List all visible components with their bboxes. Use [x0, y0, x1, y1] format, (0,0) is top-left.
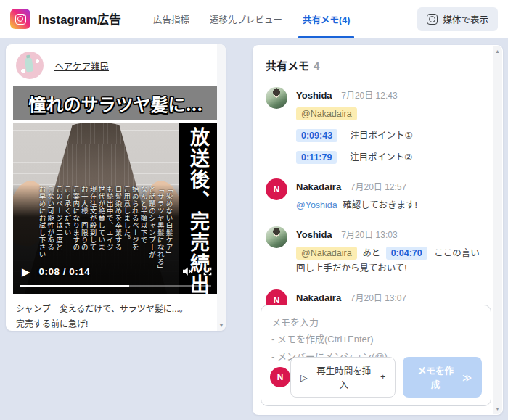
memo-panel-title: 共有メモ4 [266, 57, 486, 73]
message-text: あと [362, 248, 380, 258]
video-time: 0:08 / 0:14 [39, 266, 91, 277]
memo-message: Yoshida 7月20日 12:43 @Nakadaira 0:09:43 注… [266, 87, 486, 166]
video-player[interactable]: 「染めない白髪ケア」「サラツヤ黒髪になれる」と話題のシャンプーがなんと半額以下で… [13, 123, 218, 294]
yoshida-avatar [266, 226, 287, 248]
message-text: 注目ポイント① [351, 131, 413, 141]
playtime-link[interactable]: 0:11:79 [296, 151, 337, 164]
author-name: Yoshida [296, 229, 332, 240]
play-outline-icon: ▷ [300, 372, 308, 383]
memo-input-placeholder: メモを入力 [271, 314, 480, 331]
memo-input-hint-1: - メモを作成(Ctrl+Enter) [271, 331, 480, 347]
instagram-logo-icon [10, 9, 30, 29]
plus-icon: + [380, 372, 385, 382]
author-name: Nakadaira [296, 181, 341, 192]
author-name: Yoshida [296, 90, 332, 101]
play-icon[interactable]: ▶ [22, 266, 30, 277]
ad-headline-text: 憧れのサラツヤ髪に… [29, 91, 203, 116]
memo-message: N Nakadaira 7月20日 12:57 @Yoshida 確認しておきま… [266, 178, 486, 214]
ad-preview-panel: ヘアケア難民 憧れのサラツヤ髪に… 「染めない白髪ケア」「サラツヤ黒髪になれる」… [6, 44, 226, 331]
mention-chip[interactable]: @Nakadaira [296, 247, 357, 260]
memo-input[interactable]: メモを入力 - メモを作成(Ctrl+Enter) - メンバーにメンション(@… [261, 305, 491, 406]
memo-count: 4 [314, 59, 319, 72]
message-timestamp: 7月20日 13:07 [351, 293, 406, 303]
insert-playtime-label: 再生時間を挿入 [313, 363, 375, 391]
tab-shared-memo[interactable]: 共有メモ(4) [292, 0, 360, 38]
page-title: Instagram広告 [38, 10, 121, 28]
app-header: Instagram広告 広告指標 遷移先プレビュー 共有メモ(4) 媒体で表示 [0, 0, 508, 38]
message-timestamp: 7月20日 12:57 [351, 182, 406, 192]
shared-memo-panel: 共有メモ4 Yoshida 7月20日 12:43 @Nakadaira 0:0… [253, 45, 503, 415]
ad-copy-vertical-text: 「染めない白髪ケア」「サラツヤ黒髪になれる」と話題のシャンプーがなんと半額以下で… [17, 186, 173, 273]
shampoo-bottle-icon [25, 57, 34, 72]
playtime-link[interactable]: 0:09:43 [296, 129, 337, 142]
author-name: Nakadaira [296, 292, 341, 303]
view-on-media-button[interactable]: 媒体で表示 [417, 7, 498, 31]
fullscreen-icon[interactable] [202, 266, 213, 276]
playtime-link[interactable]: 0:04:70 [386, 247, 427, 260]
left-panel-scrollbar[interactable]: ▼ [217, 44, 226, 331]
memo-message: Yoshida 7月20日 13:03 @Nakadaira あと 0:04:7… [266, 226, 486, 278]
scroll-up-icon[interactable]: ▲ [495, 46, 500, 57]
mention-chip[interactable]: @Nakadaira [296, 107, 357, 120]
create-memo-button[interactable]: メモを作成 ≫ [403, 357, 482, 398]
ad-headline-banner: 憧れのサラツヤ髪に… [13, 86, 218, 120]
mute-icon[interactable] [181, 265, 194, 278]
account-avatar[interactable] [16, 52, 44, 79]
send-icon: ≫ [462, 372, 472, 383]
message-text: 確認しておきます! [343, 200, 417, 210]
app-window: Instagram広告 広告指標 遷移先プレビュー 共有メモ(4) 媒体で表示 … [0, 0, 508, 420]
video-progress-bar[interactable] [20, 285, 211, 288]
video-progress-fill [20, 285, 129, 288]
mention-link[interactable]: @Yoshida [296, 200, 337, 210]
message-text: 注目ポイント② [350, 152, 412, 162]
yoshida-avatar [266, 87, 287, 109]
tab-ad-metrics[interactable]: 広告指標 [143, 0, 200, 38]
memo-input-toolbar: N ▷ 再生時間を挿入 + メモを作成 ≫ [270, 357, 482, 398]
caption-line-2: 完売する前に急げ! [16, 317, 216, 331]
video-controls: ▶ 0:08 / 0:14 [22, 265, 213, 278]
caption-line-1: シャンプー変えるだけで、サラツヤ髪に...。 [16, 302, 216, 317]
post-header: ヘアケア難民 [6, 44, 226, 85]
scroll-down-icon[interactable]: ▼ [495, 403, 500, 414]
instagram-icon [427, 14, 438, 25]
current-user-avatar: N [270, 367, 290, 387]
insert-playtime-button[interactable]: ▷ 再生時間を挿入 + [290, 357, 396, 398]
message-timestamp: 7月20日 12:43 [341, 91, 397, 101]
account-name-link[interactable]: ヘアケア難民 [54, 59, 109, 73]
tab-bar: 広告指標 遷移先プレビュー 共有メモ(4) [143, 0, 360, 38]
nakadaira-avatar: N [266, 178, 287, 200]
memo-panel-scrollbar[interactable]: ▲ ▼ [493, 46, 502, 414]
message-timestamp: 7月20日 13:03 [341, 230, 397, 240]
create-memo-label: メモを作成 [413, 363, 458, 391]
view-on-media-label: 媒体で表示 [443, 12, 488, 26]
tab-destination-preview[interactable]: 遷移先プレビュー [200, 0, 292, 38]
ad-caption: シャンプー変えるだけで、サラツヤ髪に...。 完売する前に急げ! [6, 294, 226, 331]
scroll-down-icon[interactable]: ▼ [219, 320, 224, 331]
